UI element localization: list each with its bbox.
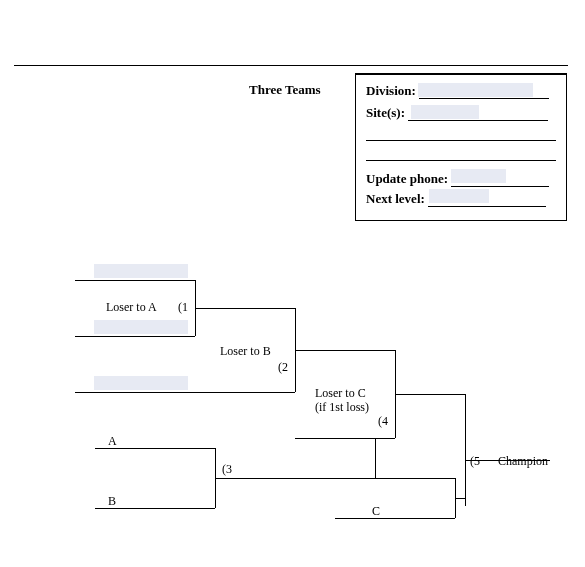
page-title: Three Teams — [249, 82, 321, 98]
upper-slot3-note-line1: Loser to C — [315, 386, 366, 401]
division-label: Division: — [366, 83, 416, 98]
upper-slot2-line[interactable] — [75, 336, 195, 337]
lower-C-line[interactable] — [335, 518, 455, 519]
lower-game3-ext — [375, 478, 455, 479]
upper-col3-line[interactable] — [295, 350, 395, 351]
upper-game1-num: (1 — [178, 300, 188, 315]
lower-hop — [455, 498, 465, 499]
upper-slot3-line[interactable] — [75, 392, 295, 393]
upper-slot3-note-line2: (if 1st loss) — [315, 400, 369, 415]
info-sites-row-2 — [366, 125, 556, 141]
info-division-row: Division: — [366, 83, 556, 99]
upper-game4-num: (4 — [378, 414, 388, 429]
upper-slot1-line[interactable] — [75, 280, 195, 281]
sites-field-2[interactable] — [366, 127, 556, 141]
info-next-row: Next level: — [366, 191, 556, 207]
lower-teamC: C — [372, 504, 380, 519]
next-label: Next level: — [366, 191, 425, 206]
phone-label: Update phone: — [366, 171, 448, 186]
upper-col4-line[interactable] — [395, 394, 465, 395]
upper-game4-bottom-line[interactable] — [295, 438, 395, 439]
champion-label: Champion — [498, 454, 548, 469]
lower-game3-out[interactable] — [215, 478, 375, 479]
lower-game5-num: (5 — [470, 454, 480, 469]
upper-col2-top-line[interactable] — [195, 308, 295, 309]
lower-conn2-v-top — [375, 438, 376, 478]
info-sites-row: Site(s): — [366, 105, 556, 121]
lower-teamA: A — [108, 434, 117, 449]
upper-slot2-note: Loser to B — [220, 344, 271, 359]
next-field[interactable] — [428, 193, 546, 207]
info-box: Division: Site(s): Update phone: Next le… — [355, 73, 567, 221]
lower-teamB: B — [108, 494, 116, 509]
sites-field-1[interactable] — [408, 107, 548, 121]
phone-field[interactable] — [451, 173, 549, 187]
info-sites-row-3 — [366, 145, 556, 161]
info-phone-row: Update phone: — [366, 171, 556, 187]
sites-label: Site(s): — [366, 105, 405, 120]
lower-game3-num: (3 — [222, 462, 232, 477]
lower-conn4-v — [465, 460, 466, 506]
upper-slot3-highlight — [94, 376, 188, 390]
upper-game2-num: (2 — [278, 360, 288, 375]
division-field[interactable] — [419, 85, 549, 99]
upper-slot1-highlight — [94, 264, 188, 278]
sites-field-3[interactable] — [366, 147, 556, 161]
top-divider — [14, 65, 568, 66]
upper-slot1-note: Loser to A — [106, 300, 157, 315]
upper-slot2-highlight — [94, 320, 188, 334]
